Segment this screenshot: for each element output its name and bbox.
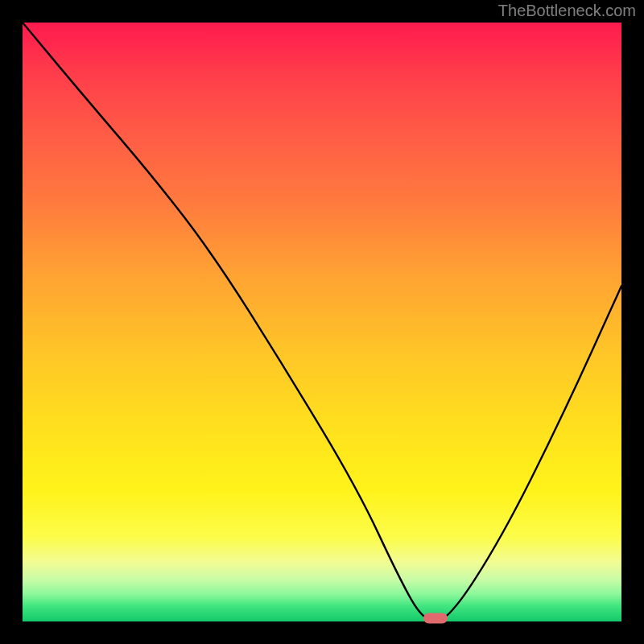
plot-area	[23, 23, 621, 621]
optimal-point-marker	[423, 613, 448, 624]
bottleneck-curve	[23, 23, 621, 621]
curve-path	[23, 23, 621, 621]
chart-frame: TheBottleneck.com	[0, 0, 644, 644]
watermark-text: TheBottleneck.com	[498, 2, 636, 20]
